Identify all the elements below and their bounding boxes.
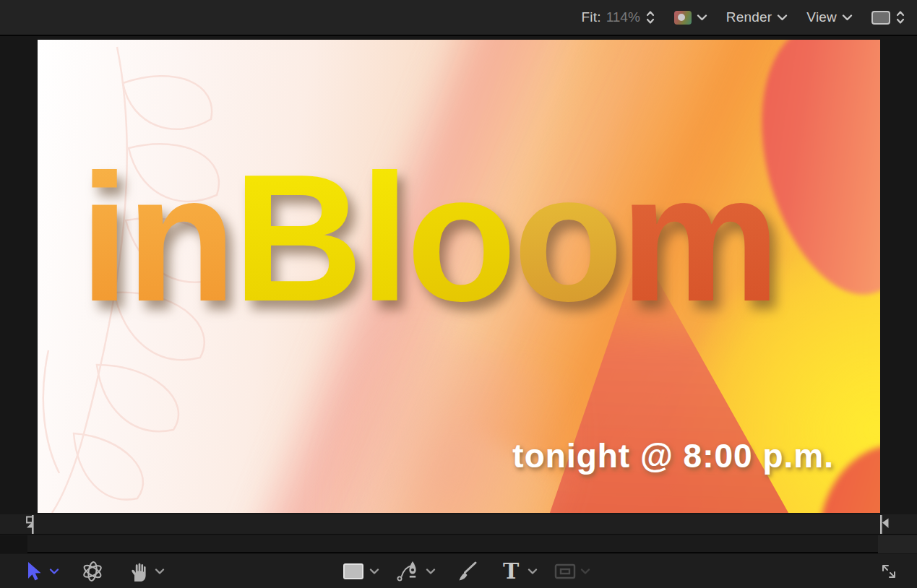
chevron-down-icon [777,14,788,21]
project-canvas[interactable]: inBloom tonight @ 8:00 p.m. [38,40,880,513]
display-mode-icon [871,11,890,25]
paintbrush-icon [455,561,478,582]
hand-icon [128,561,148,582]
zoom-stepper-icon[interactable] [645,9,655,25]
view-menu-button[interactable]: View [806,9,853,25]
play-range-in-marker[interactable] [24,515,37,537]
expand-view-button[interactable] [879,562,898,581]
arrow-cursor-icon [23,561,42,582]
pen-nib-icon [397,560,420,583]
scrollbar-corner-left [0,535,27,553]
title-letter: B [233,137,360,339]
title-letter: n [126,137,233,339]
canvas-view-toolbar: Fit: 114% Render [0,0,917,36]
rectangle-tool-chevron-icon[interactable] [369,568,379,574]
pan-tool-chevron-icon[interactable] [155,568,165,574]
select-tool-button[interactable] [23,561,42,582]
pan-tool-button[interactable] [128,561,148,582]
bezier-tool-chevron-icon[interactable] [426,568,436,574]
title-letter: l [360,137,406,339]
motion-canvas-window: Fit: 114% Render [0,0,917,588]
chevron-down-icon [697,14,707,21]
orbit-sphere-icon [81,560,104,583]
transform-3d-tool-button[interactable] [81,560,104,583]
zoom-value[interactable]: 114% [606,9,640,25]
text-tool-button[interactable]: T [503,561,519,582]
title-letter: o [513,137,620,339]
chevron-down-icon [842,14,853,21]
title-letter: m [620,137,777,339]
render-menu-button[interactable]: Render [726,9,788,25]
bezier-tool-button[interactable] [397,560,420,583]
title-text[interactable]: inBloom [79,148,777,329]
mini-timeline[interactable] [0,514,917,535]
text-tool-chevron-icon[interactable] [528,568,538,574]
nested-rectangles-icon [554,563,576,579]
paint-stroke-tool-button[interactable] [455,561,478,582]
mask-tool-button[interactable] [554,563,576,579]
rectangle-icon [343,563,364,580]
select-tool-chevron-icon[interactable] [49,568,59,574]
play-range-out-marker[interactable] [878,515,891,537]
subtitle-text[interactable]: tonight @ 8:00 p.m. [512,436,834,475]
display-mode-stepper-icon[interactable] [895,9,905,25]
canvas-tool-bar: T [0,554,917,588]
color-channels-menu[interactable] [674,11,707,25]
rectangle-tool-button[interactable] [343,563,364,580]
view-label: View [806,9,837,25]
scrollbar-corner-right [878,535,917,553]
diagonal-resize-arrows-icon [879,562,898,581]
display-mode-control[interactable] [871,9,905,25]
canvas-stage: inBloom tonight @ 8:00 p.m. [0,36,917,514]
color-channels-icon [674,11,692,25]
title-letter: o [406,137,513,339]
zoom-level-control[interactable]: Fit: 114% [581,9,655,25]
render-label: Render [726,9,772,25]
mask-tool-chevron-icon[interactable] [580,568,590,574]
zoom-label: Fit: [581,9,600,25]
timeline-scrollbar[interactable] [0,535,917,553]
title-letter: i [79,137,126,339]
